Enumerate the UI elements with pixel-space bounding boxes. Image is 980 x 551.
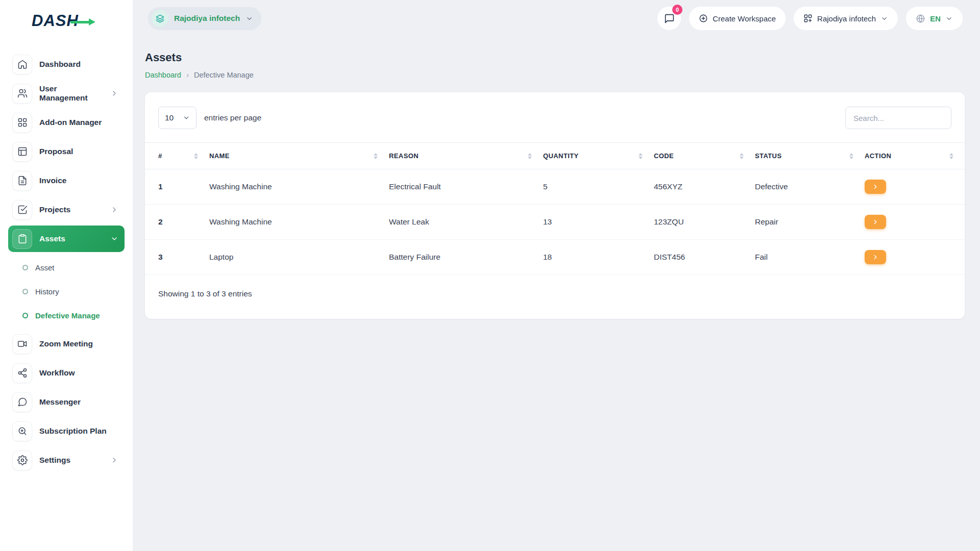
row-index: 1 <box>145 169 209 205</box>
table-header-row: # NAME REASON QUANTITY <box>145 143 965 169</box>
chevron-right-icon <box>872 254 879 261</box>
chevron-right-icon <box>872 218 879 226</box>
sidebar-item-addon-manager[interactable]: Add-on Manager <box>8 109 125 136</box>
layout-icon <box>12 142 32 162</box>
workspace-switcher-pill[interactable]: Rajodiya infotech <box>148 7 261 30</box>
chat-bubble-icon <box>664 13 675 24</box>
chevron-right-icon: › <box>186 70 189 79</box>
table-row: 2 Washing Machine Water Leak 13 123ZQU R… <box>145 205 965 240</box>
table-row: 3 Laptop Battery Failure 18 DIST456 Fail <box>145 240 965 275</box>
sidebar-item-label: Invoice <box>39 176 66 185</box>
breadcrumb-dashboard-link[interactable]: Dashboard <box>145 71 181 79</box>
row-action-button[interactable] <box>865 180 886 194</box>
topbar-actions: 0 Create Workspace Rajodiya infotech EN <box>657 7 963 30</box>
sidebar: DASH Dashboard User Management Add-on Ma… <box>0 0 133 551</box>
row-index: 2 <box>145 205 209 240</box>
create-workspace-button[interactable]: Create Workspace <box>689 7 786 30</box>
workspace-dropdown[interactable]: Rajodiya infotech <box>794 7 898 30</box>
sidebar-item-label: Projects <box>39 205 70 214</box>
sidebar-subitem-label: Defective Manage <box>35 311 100 320</box>
entries-per-page-label: entries per page <box>204 113 261 122</box>
sort-icon[interactable] <box>374 153 378 159</box>
sort-icon[interactable] <box>528 153 532 159</box>
chevron-down-icon <box>246 15 253 22</box>
sidebar-item-dashboard[interactable]: Dashboard <box>8 51 125 78</box>
column-header-code: CODE <box>654 143 755 169</box>
gear-icon <box>12 450 32 470</box>
sidebar-item-assets[interactable]: Assets <box>8 226 125 252</box>
language-label: EN <box>930 14 941 23</box>
sidebar-item-invoice[interactable]: Invoice <box>8 167 125 194</box>
column-header-reason: REASON <box>389 143 543 169</box>
cell-action <box>865 205 965 240</box>
sidebar-item-messenger[interactable]: Messenger <box>8 389 125 415</box>
sidebar-item-label: Proposal <box>39 147 73 156</box>
sidebar-item-zoom-meeting[interactable]: Zoom Meeting <box>8 331 125 357</box>
workspace-dropdown-label: Rajodiya infotech <box>817 14 876 23</box>
workspace-pill-label: Rajodiya infotech <box>174 14 240 23</box>
sidebar-item-proposal[interactable]: Proposal <box>8 138 125 165</box>
zoom-in-icon <box>12 421 32 441</box>
chevron-right-icon <box>110 206 118 214</box>
cell-status: Fail <box>755 240 865 275</box>
table-row: 1 Washing Machine Electrical Fault 5 456… <box>145 169 965 205</box>
cell-code: 456XYZ <box>654 169 755 205</box>
sidebar-item-projects[interactable]: Projects <box>8 196 125 223</box>
language-selector[interactable]: EN <box>906 7 963 30</box>
sidebar-subitem-label: History <box>35 287 59 296</box>
sort-icon[interactable] <box>949 153 953 159</box>
row-action-button[interactable] <box>865 215 886 229</box>
chevron-down-icon <box>183 114 190 121</box>
entries-per-page-select[interactable]: 10 <box>158 107 197 129</box>
sidebar-item-workflow[interactable]: Workflow <box>8 360 125 386</box>
sidebar-item-label: Dashboard <box>39 60 81 69</box>
search-input[interactable] <box>845 107 951 129</box>
workspace-grid-plus-icon <box>803 14 813 23</box>
cell-quantity: 13 <box>543 205 654 240</box>
sidebar-subitem-defective-manage[interactable]: Defective Manage <box>8 304 125 328</box>
sort-icon[interactable] <box>740 153 744 159</box>
sidebar-subitem-history[interactable]: History <box>8 280 125 304</box>
table-controls: 10 entries per page <box>145 107 965 129</box>
cell-name: Washing Machine <box>209 169 389 205</box>
notification-badge: 0 <box>672 5 682 15</box>
sidebar-item-subscription-plan[interactable]: Subscription Plan <box>8 418 125 444</box>
app-logo[interactable]: DASH <box>0 0 133 42</box>
breadcrumb-current: Defective Manage <box>194 71 254 79</box>
sidebar-subitem-asset[interactable]: Asset <box>8 256 125 280</box>
sort-icon[interactable] <box>194 153 198 159</box>
sidebar-subitem-label: Asset <box>35 263 55 272</box>
home-icon <box>12 55 32 74</box>
sidebar-menu: Dashboard User Management Add-on Manager… <box>0 42 133 473</box>
cell-reason: Battery Failure <box>389 240 543 275</box>
chevron-right-icon <box>110 456 118 464</box>
breadcrumb: Dashboard › Defective Manage <box>145 70 965 79</box>
cell-reason: Electrical Fault <box>389 169 543 205</box>
row-index: 3 <box>145 240 209 275</box>
sidebar-item-label: Messenger <box>39 397 81 407</box>
cell-status: Repair <box>755 205 865 240</box>
chevron-right-icon <box>110 89 118 97</box>
check-square-icon <box>12 200 32 220</box>
sort-icon[interactable] <box>639 153 643 159</box>
messages-button[interactable]: 0 <box>657 7 681 30</box>
cell-reason: Water Leak <box>389 205 543 240</box>
logo-arrow-icon <box>70 21 90 23</box>
defective-assets-table: # NAME REASON QUANTITY <box>145 142 965 275</box>
sidebar-item-label: Add-on Manager <box>39 118 102 127</box>
sidebar-item-user-management[interactable]: User Management <box>8 80 125 107</box>
row-action-button[interactable] <box>865 250 886 264</box>
sidebar-item-label: Zoom Meeting <box>39 339 93 348</box>
column-header-quantity: QUANTITY <box>543 143 654 169</box>
message-circle-icon <box>12 392 32 412</box>
circle-icon <box>22 265 28 270</box>
sidebar-item-label: User Management <box>39 84 103 103</box>
sidebar-item-label: Assets <box>39 234 65 243</box>
cell-quantity: 5 <box>543 169 654 205</box>
cell-action <box>865 240 965 275</box>
sort-icon[interactable] <box>849 153 853 159</box>
create-workspace-label: Create Workspace <box>713 14 776 23</box>
sidebar-item-label: Workflow <box>39 368 75 378</box>
sidebar-item-settings[interactable]: Settings <box>8 447 125 473</box>
cell-name: Laptop <box>209 240 389 275</box>
